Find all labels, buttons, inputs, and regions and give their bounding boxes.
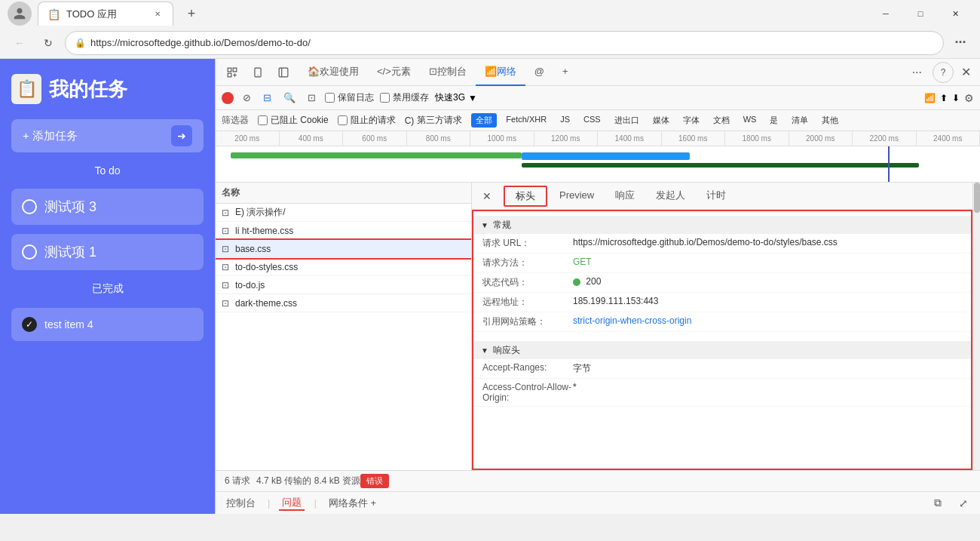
devtools-tab-plus[interactable]: + — [553, 59, 577, 86]
browser-tab-active[interactable]: 📋 TODO 应用 ✕ — [38, 2, 173, 26]
filter-label: 筛选器 — [222, 114, 249, 127]
blocked-requests-checkbox[interactable] — [338, 115, 348, 125]
response-headers-section-header[interactable]: ▼ 响应头 — [473, 341, 971, 359]
todo-item-text-2: 测试项 1 — [44, 243, 96, 261]
network-item-1[interactable]: ⊡ li ht-theme.css — [216, 222, 471, 240]
browser-more-button[interactable]: ··· — [948, 31, 972, 55]
devtools-tab-console[interactable]: ⊡ 控制台 — [420, 59, 476, 86]
blocked-cookies-checkbox[interactable] — [258, 115, 268, 125]
settings-icon2[interactable]: ⊡ — [305, 92, 319, 103]
minimize-button[interactable]: ─ — [868, 0, 903, 27]
tick-1600: 1600 ms — [662, 131, 726, 146]
request-method-row: 请求方法： GET — [473, 254, 971, 273]
devtools-tab-at[interactable]: @ — [525, 59, 553, 86]
todo-header: 📋 我的任务 — [11, 74, 204, 104]
detail-close-button[interactable]: ✕ — [478, 187, 496, 205]
filter-tab-import[interactable]: 进出口 — [610, 113, 644, 128]
svg-rect-0 — [228, 68, 231, 72]
todo-done-item-1[interactable]: ✓ test item 4 — [11, 308, 204, 341]
filter-tab-manifest[interactable]: 清单 — [787, 113, 813, 128]
requests-count: 6 请求 — [225, 475, 250, 487]
devtools-inspect-button[interactable] — [222, 62, 243, 83]
profile-icon[interactable] — [8, 2, 32, 26]
detail-tab-preview[interactable]: Preview — [549, 183, 605, 210]
detail-tab-headers[interactable]: 标头 — [504, 186, 547, 207]
new-tab-button[interactable]: + — [179, 2, 204, 26]
bottom-tab-console[interactable]: 控制台 — [223, 496, 259, 510]
devtools-sidebar-button[interactable] — [273, 62, 294, 83]
accept-ranges-key: Accept-Ranges: — [482, 362, 573, 375]
devtools-help-button[interactable]: ? — [933, 62, 954, 83]
todo-checkbox-1[interactable] — [22, 199, 37, 214]
item-name-3: to-do-styles.css — [235, 262, 465, 272]
filter-tab-doc[interactable]: 文档 — [709, 113, 734, 128]
devtools-close-button[interactable]: ✕ — [958, 65, 974, 79]
devtools-tab-welcome[interactable]: 🏠 欢迎使用 — [299, 59, 368, 86]
network-item-4[interactable]: ⊡ to-do.js — [216, 276, 471, 294]
tab-icon: 📋 — [47, 8, 60, 20]
detail-tab-initiator[interactable]: 发起人 — [645, 183, 696, 210]
network-item-2[interactable]: ⊡ base.css — [216, 240, 471, 258]
blocked-requests-check[interactable]: 阻止的请求 — [338, 114, 396, 127]
todo-item-1[interactable]: 测试项 3 — [11, 189, 204, 225]
error-badge[interactable]: 错误 — [360, 474, 389, 488]
back-button[interactable]: ← — [8, 31, 32, 55]
devtools-tab-network[interactable]: 📶 网络 — [476, 59, 525, 86]
undock-button[interactable]: ⤢ — [954, 494, 972, 512]
network-item-5[interactable]: ⊡ dark-theme.css — [216, 294, 471, 312]
status-code-value: 200 — [573, 276, 962, 289]
filter-bar: 筛选器 已阻止 Cookie 阻止的请求 C) 第三方请求 全部 Fetch/X… — [216, 110, 980, 131]
add-task-button[interactable]: + 添加任务 ➜ — [11, 119, 204, 152]
todo-item-2[interactable]: 测试项 1 — [11, 234, 204, 270]
filter-tab-fetch[interactable]: Fetch/XHR — [501, 113, 551, 128]
network-item-3[interactable]: ⊡ to-do-styles.css — [216, 258, 471, 276]
search-button[interactable]: 🔍 — [280, 92, 299, 103]
devtools-tab-elements[interactable]: </> 元素 — [368, 59, 420, 86]
filter-tab-other[interactable]: 其他 — [817, 113, 843, 128]
devtools-more-button[interactable]: ··· — [906, 66, 928, 79]
dock-button[interactable]: ⧉ — [929, 494, 947, 512]
blocked-cookies-check[interactable]: 已阻止 Cookie — [258, 114, 329, 127]
third-party-check[interactable]: C) 第三方请求 — [405, 114, 463, 127]
filter-tab-font[interactable]: 字体 — [678, 113, 704, 128]
devtools-device-button[interactable] — [247, 62, 268, 83]
filter-tab-yes[interactable]: 是 — [765, 113, 782, 128]
filter-tab-css[interactable]: CSS — [579, 113, 605, 128]
disable-cache-checkbox-label[interactable]: 禁用缓存 — [380, 91, 429, 104]
bottom-tab-issues[interactable]: 问题 — [279, 496, 305, 511]
preview-tab-label: Preview — [559, 189, 594, 201]
detail-tab-timing[interactable]: 计时 — [696, 183, 737, 210]
address-input-wrap[interactable]: 🔒 https://microsoftedge.github.io/Demos/… — [65, 31, 944, 55]
item-name-0: E) 演示操作/ — [235, 206, 465, 219]
clear-button[interactable]: ⊘ — [240, 92, 254, 103]
network-item-0[interactable]: ⊡ E) 演示操作/ — [216, 204, 471, 222]
detail-tab-response[interactable]: 响应 — [605, 183, 645, 210]
maximize-button[interactable]: □ — [903, 0, 938, 27]
done-section-label: 已完成 — [11, 282, 204, 296]
speed-selector[interactable]: 快速3G ▼ — [435, 91, 477, 104]
tick-1000: 1000 ms — [470, 131, 534, 146]
refresh-button[interactable]: ↻ — [36, 31, 60, 55]
filter-icon-button[interactable]: ⊟ — [260, 92, 274, 103]
filter-tab-ws[interactable]: WS — [739, 113, 761, 128]
gear-icon[interactable]: ⚙ — [964, 92, 974, 104]
close-button[interactable]: ✕ — [938, 0, 972, 27]
bottom-tab-network-conditions[interactable]: 网络条件 + — [326, 496, 379, 510]
filter-tab-media[interactable]: 媒体 — [648, 113, 674, 128]
general-section: ▼ 常规 请求 URL： https://microsoftedge.githu… — [473, 211, 971, 337]
status-bar: 6 请求 4.7 kB 传输的 8.4 kB 资源 错误 — [216, 470, 980, 491]
item-icon-5: ⊡ — [222, 298, 232, 309]
detail-content: ▼ 常规 请求 URL： https://microsoftedge.githu… — [472, 210, 972, 470]
preserve-log-checkbox-label[interactable]: 保留日志 — [325, 91, 374, 104]
todo-checkbox-2[interactable] — [22, 244, 37, 260]
preserve-log-checkbox[interactable] — [325, 93, 335, 103]
todo-done-checkbox-1[interactable]: ✓ — [22, 317, 37, 332]
filter-tab-js[interactable]: JS — [556, 113, 574, 128]
record-button[interactable] — [222, 92, 234, 104]
general-section-header[interactable]: ▼ 常规 — [473, 216, 971, 234]
todo-done-text-1: test item 4 — [44, 318, 93, 330]
filter-tab-all[interactable]: 全部 — [471, 113, 497, 128]
disable-cache-checkbox[interactable] — [380, 93, 390, 103]
scroll-indicator[interactable] — [972, 183, 980, 470]
tab-close-button[interactable]: ✕ — [152, 8, 164, 20]
